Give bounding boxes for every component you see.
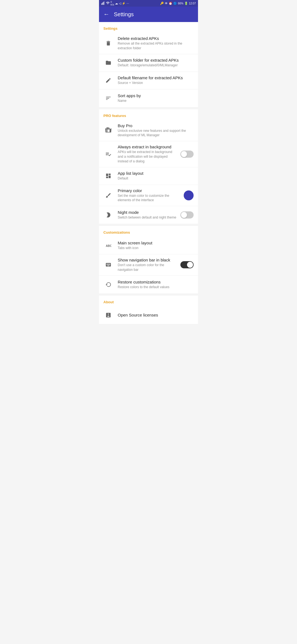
bluetooth-icon: 🔵: [173, 2, 177, 5]
sort-apps-subtitle: Name: [118, 99, 194, 103]
primary-color-control[interactable]: [184, 190, 194, 200]
night-mode-control[interactable]: [180, 211, 194, 219]
keyboard-icon: [103, 262, 113, 268]
sort-apps-text: Sort apps by Name: [118, 93, 194, 103]
night-mode-title: Night mode: [118, 210, 178, 215]
more-icon: ···: [127, 2, 129, 5]
vpn-icon: ◁: [119, 2, 121, 5]
app-list-layout-text: App list layout Default: [118, 171, 194, 181]
extract-background-title: Always extract in background: [118, 144, 178, 149]
sort-apps-title: Sort apps by: [118, 93, 194, 98]
primary-color-item[interactable]: Primary color Set the main color to cust…: [99, 185, 198, 206]
extract-background-subtitle: APKs will be extracted in background and…: [118, 150, 178, 163]
app-list-layout-subtitle: Default: [118, 176, 194, 181]
svg-rect-3: [104, 1, 104, 5]
delete-apks-text: Delete extracted APKs Remove all the ext…: [118, 36, 194, 51]
default-filename-item[interactable]: Default filename for extracted APKs Sour…: [99, 72, 198, 89]
buy-pro-subtitle: Unlock exclusive new features and suppor…: [118, 129, 194, 138]
extract-background-control[interactable]: [180, 151, 194, 158]
restore-customizations-text: Restore customizations Restore colors to…: [118, 280, 194, 290]
store-icon: [103, 127, 113, 133]
svg-rect-1: [102, 3, 103, 5]
extract-background-text: Always extract in background APKs will b…: [118, 144, 178, 163]
night-mode-subtitle: Switch between default and night theme: [118, 215, 178, 220]
buy-pro-text: Buy Pro Unlock exclusive new features an…: [118, 123, 194, 138]
toolbar-title: Settings: [114, 11, 134, 18]
layout-icon: [103, 173, 113, 179]
custom-folder-title: Custom folder for extracted APKs: [118, 58, 194, 62]
primary-color-subtitle: Set the main color to customize the elem…: [118, 193, 182, 203]
alarm-icon: ⏰: [169, 2, 172, 5]
svg-text:ABC: ABC: [106, 244, 111, 247]
battery-icon: 🔋: [184, 2, 188, 5]
nav-bar-black-text: Show navigation bar in black Don't use a…: [118, 258, 178, 272]
buy-pro-item[interactable]: Buy Pro Unlock exclusive new features an…: [99, 120, 198, 141]
restore-customizations-item[interactable]: Restore customizations Restore colors to…: [99, 276, 198, 293]
custom-folder-text: Custom folder for extracted APKs Default…: [118, 58, 194, 68]
night-mode-item[interactable]: Night mode Switch between default and ni…: [99, 206, 198, 224]
about-section-header: About: [99, 296, 198, 306]
key-icon: 🔑: [160, 2, 164, 5]
night-mode-toggle[interactable]: [180, 211, 194, 219]
data-speed: 0K/s: [111, 1, 114, 6]
default-filename-text: Default filename for extracted APKs Sour…: [118, 75, 194, 85]
toolbar: ← Settings: [99, 7, 198, 22]
eye-icon: 👁: [165, 2, 168, 5]
delete-apks-item[interactable]: Delete extracted APKs Remove all the ext…: [99, 33, 198, 54]
default-filename-subtitle: Source + Version: [118, 81, 194, 85]
time: 12:07: [189, 2, 196, 5]
extract-background-toggle[interactable]: [180, 151, 194, 158]
nav-bar-black-item[interactable]: Show navigation bar in black Don't use a…: [99, 254, 198, 276]
check-list-icon: [103, 151, 113, 157]
pro-section: PRO features Buy Pro Unlock exclusive ne…: [99, 109, 198, 224]
extract-background-item[interactable]: Always extract in background APKs will b…: [99, 141, 198, 167]
nav-bar-black-title: Show navigation bar in black: [118, 258, 178, 262]
nav-bar-black-control[interactable]: [180, 261, 194, 268]
moon-icon: [103, 212, 113, 218]
toggle-thumb: [181, 212, 187, 218]
customizations-section: Customizations ABC Main screen layout Ta…: [99, 226, 198, 293]
primary-color-text: Primary color Set the main color to cust…: [118, 188, 182, 203]
toggle-thumb: [187, 262, 193, 268]
battery-percent: 66%: [178, 2, 183, 5]
content: Settings Delete extracted APKs Remove al…: [99, 22, 198, 324]
nav-bar-black-subtitle: Don't use a custom color for the navigat…: [118, 263, 178, 272]
license-icon: [103, 312, 113, 318]
flash-icon: ⚡: [122, 2, 126, 5]
trash-icon: [103, 40, 113, 46]
delete-apks-title: Delete extracted APKs: [118, 36, 194, 41]
custom-folder-subtitle: Default: /storage/emulated/0/MLManager: [118, 63, 194, 68]
sort-apps-item[interactable]: Sort apps by Name: [99, 89, 198, 107]
main-screen-layout-title: Main screen layout: [118, 241, 194, 245]
open-source-licenses-item[interactable]: Open Source licenses: [99, 306, 198, 324]
color-circle[interactable]: [184, 190, 194, 200]
back-button[interactable]: ←: [103, 11, 109, 18]
restore-customizations-subtitle: Restore colors to the default values: [118, 285, 194, 290]
toggle-thumb: [181, 151, 187, 157]
pro-section-header: PRO features: [99, 109, 198, 120]
status-bar: 0K/s ☁ ◁ ⚡ ··· 🔑 👁 ⏰ 🔵 66% 🔋 12:07: [99, 0, 198, 7]
svg-rect-2: [103, 2, 103, 5]
settings-section: Settings Delete extracted APKs Remove al…: [99, 22, 198, 107]
custom-folder-item[interactable]: Custom folder for extracted APKs Default…: [99, 54, 198, 72]
main-screen-layout-item[interactable]: ABC Main screen layout Tabs with icon: [99, 237, 198, 254]
nav-bar-black-toggle[interactable]: [180, 261, 194, 268]
cloud-icon: ☁: [115, 2, 118, 5]
delete-apks-subtitle: Remove all the extracted APKs stored in …: [118, 41, 194, 51]
status-left: 0K/s ☁ ◁ ⚡ ···: [101, 1, 129, 6]
main-screen-layout-text: Main screen layout Tabs with icon: [118, 241, 194, 250]
edit-icon: [103, 77, 113, 83]
main-screen-layout-subtitle: Tabs with icon: [118, 246, 194, 250]
app-list-layout-title: App list layout: [118, 171, 194, 176]
signal-icon: [101, 1, 105, 6]
svg-rect-0: [101, 3, 102, 5]
app-list-layout-item[interactable]: App list layout Default: [99, 167, 198, 185]
sort-icon: [103, 95, 113, 101]
folder-icon: [103, 60, 113, 66]
primary-color-title: Primary color: [118, 188, 182, 193]
palette-icon: [103, 192, 113, 198]
open-source-licenses-text: Open Source licenses: [118, 313, 194, 317]
restore-icon: [103, 282, 113, 288]
about-section: About Open Source licenses: [99, 296, 198, 324]
open-source-licenses-title: Open Source licenses: [118, 313, 194, 317]
